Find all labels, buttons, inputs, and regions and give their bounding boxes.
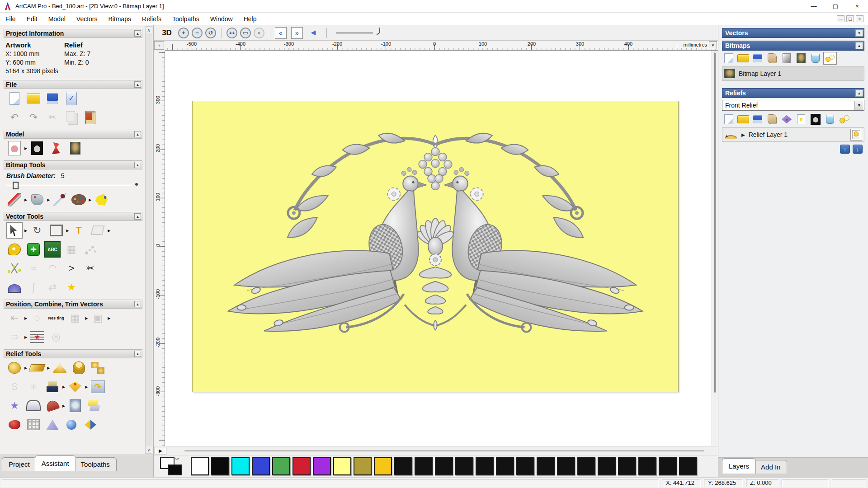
node-editing-icon[interactable]: [25, 241, 42, 258]
relief-set-dropdown[interactable]: Front Relief ▼: [722, 100, 864, 111]
join-vectors-flyout-icon[interactable]: ▶: [24, 335, 27, 339]
envelope-relief-icon[interactable]: [25, 398, 42, 414]
zoom-previous-icon[interactable]: ↺: [205, 28, 216, 38]
greyscale-view-icon[interactable]: [29, 140, 45, 156]
palette-swatch-21[interactable]: [618, 457, 636, 475]
relief-new-icon[interactable]: [722, 113, 736, 126]
move-layer-down-icon[interactable]: ↓: [853, 145, 863, 154]
relief-delete-icon[interactable]: [823, 113, 837, 126]
menu-bitmaps[interactable]: Bitmaps: [103, 13, 137, 25]
copy-view-left-icon[interactable]: «: [275, 27, 287, 39]
brush-diameter-slider[interactable]: [6, 181, 138, 189]
paint-icon[interactable]: [6, 192, 23, 208]
slider-thumb[interactable]: [13, 182, 19, 189]
assistant-scroll-up-icon[interactable]: ∧: [146, 27, 152, 33]
section-file[interactable]: File ▲: [4, 80, 142, 89]
section-position-combine-trim[interactable]: Position, Combine, Trim Vectors ▲: [4, 300, 142, 309]
palette-swatch-15[interactable]: [496, 457, 514, 475]
bitmap-merge-icon[interactable]: [765, 52, 779, 65]
relief-open-icon[interactable]: [736, 113, 750, 126]
bitmap-layer-row[interactable]: Bitmap Layer 1: [722, 66, 864, 81]
relief-set-dropdown-icon[interactable]: ▼: [854, 101, 863, 110]
create-polyline-icon[interactable]: [6, 260, 23, 277]
menu-toolpaths[interactable]: Toolpaths: [167, 13, 205, 25]
palette-swatch-23[interactable]: [659, 457, 677, 475]
create-rectangle-flyout-icon[interactable]: ▶: [66, 229, 69, 233]
mdi-close-button[interactable]: ×: [856, 15, 863, 22]
text-on-curve-icon[interactable]: ◌: [29, 310, 45, 326]
palette-swatch-22[interactable]: [638, 457, 656, 475]
palette-swatch-17[interactable]: [537, 457, 555, 475]
menu-model[interactable]: Model: [43, 13, 71, 25]
redo-icon[interactable]: ↷: [25, 109, 42, 126]
add-relief-icon[interactable]: [52, 360, 68, 376]
shape-editor-icon[interactable]: [29, 360, 45, 376]
palette-swatch-11[interactable]: [415, 457, 433, 475]
new-model-icon[interactable]: [6, 90, 23, 107]
section-model[interactable]: Model ▲: [4, 130, 142, 139]
offset-relief-icon[interactable]: [67, 379, 83, 395]
dome-tool-icon[interactable]: [6, 279, 23, 296]
pan-right-icon[interactable]: ▶: [155, 447, 166, 455]
weld-vectors-icon[interactable]: ▣: [90, 310, 106, 326]
magic-wand-icon[interactable]: [93, 192, 109, 208]
palette-swatch-5[interactable]: [292, 457, 311, 475]
canvas-horizontal-scrollbar[interactable]: ▶: [154, 446, 718, 455]
palette-swatch-18[interactable]: [557, 457, 575, 475]
tab-project[interactable]: Project: [2, 457, 37, 471]
copy-view-right-icon[interactable]: »: [291, 27, 303, 39]
palette-swatch-0[interactable]: [191, 457, 209, 475]
calculate-relief-icon[interactable]: [6, 360, 23, 376]
zoom-in-icon[interactable]: +: [178, 28, 189, 38]
collapse-vector-tools-icon[interactable]: ▲: [134, 213, 141, 220]
relief-artwork-2d-view[interactable]: [192, 101, 679, 392]
block-copy-flyout-icon[interactable]: ▶: [85, 316, 88, 320]
collapse-model-icon[interactable]: ▲: [134, 131, 141, 137]
ruler-origin-button[interactable]: +: [154, 41, 164, 50]
menu-vectors[interactable]: Vectors: [71, 13, 103, 25]
canvas-vertical-scrollbar[interactable]: [712, 51, 718, 446]
tab-add-in[interactable]: Add In: [754, 460, 787, 474]
paste-along-curve-icon[interactable]: [82, 241, 99, 258]
bitmaps-collapse-icon[interactable]: ▲: [855, 42, 863, 49]
set-model-size-icon[interactable]: [6, 140, 23, 156]
section-project-information[interactable]: Project Information ▲: [4, 29, 142, 38]
envelope-distort-flyout-icon[interactable]: ▶: [108, 229, 110, 233]
cut-icon[interactable]: ✂: [44, 109, 61, 126]
sphere-texture-icon[interactable]: [63, 417, 80, 433]
bitmap-layer-copy-icon[interactable]: [794, 52, 808, 65]
vee-carving-icon[interactable]: >: [63, 260, 80, 277]
vectors-expand-icon[interactable]: ▼: [855, 29, 863, 37]
bend-relief-icon[interactable]: [44, 398, 61, 414]
palette-swatch-10[interactable]: [394, 457, 412, 475]
copy-icon[interactable]: [63, 109, 80, 126]
nesting-icon[interactable]: Nes ting: [48, 310, 64, 326]
palette-swatch-14[interactable]: [476, 457, 494, 475]
zoom-out-icon[interactable]: −: [192, 28, 203, 38]
horizontal-scroll-thumb[interactable]: [184, 450, 704, 451]
palette-swatch-6[interactable]: [313, 457, 331, 475]
select-vectors-flyout-icon[interactable]: ▶: [24, 229, 27, 233]
paste-icon[interactable]: [82, 109, 99, 126]
trim-vectors-icon[interactable]: ✂: [82, 260, 99, 277]
collapse-relief-tools-icon[interactable]: ▲: [134, 351, 141, 357]
palette-swatch-20[interactable]: [598, 457, 616, 475]
join-vectors-icon[interactable]: ⊃: [6, 329, 23, 345]
palette-swatch-4[interactable]: [272, 457, 290, 475]
collapse-bitmap-tools-icon[interactable]: ▲: [134, 162, 141, 168]
palette-swatch-8[interactable]: [354, 457, 372, 475]
palette-swatch-19[interactable]: [577, 457, 595, 475]
palette-swatch-12[interactable]: [435, 457, 453, 475]
palette-swatch-9[interactable]: [374, 457, 392, 475]
spiral-icon[interactable]: ◎: [48, 329, 64, 345]
undo-icon[interactable]: ↶: [6, 109, 23, 126]
relief-from-image-flyout-icon[interactable]: ▶: [62, 385, 65, 389]
select-vectors-icon[interactable]: [6, 222, 23, 239]
set-model-size-flyout-icon[interactable]: ▶: [24, 146, 27, 150]
sculpt-vectors-icon[interactable]: ≈: [25, 260, 42, 277]
weave-wizard-icon[interactable]: ∗: [25, 379, 42, 395]
mirror-vectors-icon[interactable]: ⇄: [44, 279, 61, 296]
emboss-relief-icon[interactable]: [67, 398, 83, 414]
model-options-icon[interactable]: [63, 90, 80, 107]
pyramid-relief-icon[interactable]: [44, 417, 61, 433]
